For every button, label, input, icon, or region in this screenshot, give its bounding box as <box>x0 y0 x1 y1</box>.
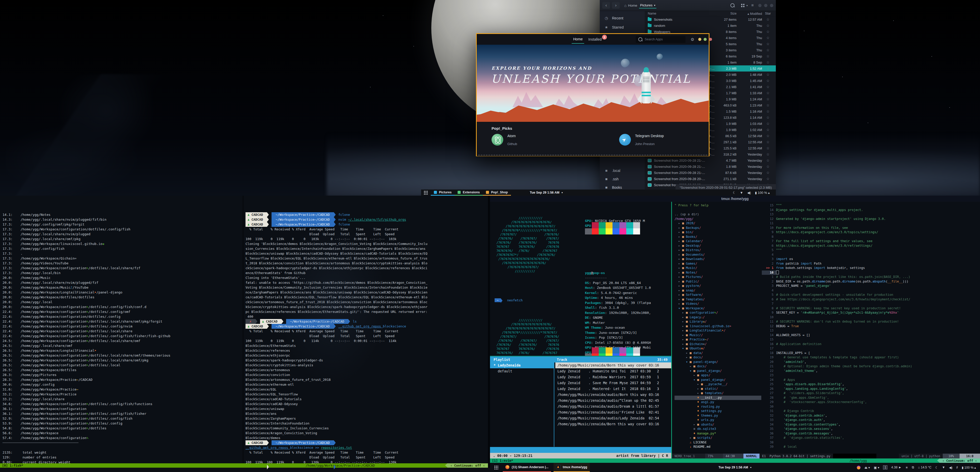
file-row[interactable]: Screenshot from 2020-09-28 21-… 87.6 kB … <box>645 170 776 176</box>
star-icon[interactable]: ☆ <box>762 177 774 181</box>
sidebar-item[interactable]: ■ .local <box>600 166 645 175</box>
launcher-grid-icon[interactable] <box>424 191 428 195</box>
menu-icon[interactable]: ≡ <box>751 3 754 8</box>
tray-icon[interactable]: 4.38 ► <box>891 466 901 469</box>
forward-button[interactable]: › <box>612 2 620 9</box>
star-icon[interactable]: ☆ <box>762 152 774 156</box>
taskbar-window-button[interactable]: Extensions <box>455 190 483 196</box>
star-icon[interactable]: ☆ <box>762 121 774 126</box>
tray-icon[interactable]: ▼ <box>942 466 945 469</box>
track-item[interactable]: /home/ygg/Music/zenaida/Born this way co… <box>555 362 671 368</box>
window-controls[interactable] <box>758 4 773 7</box>
track-item[interactable]: Lady Zenaid . Save Me From Myse 2017 04:… <box>555 380 671 386</box>
tray-icon[interactable]: 1 <box>883 466 887 469</box>
search-icon[interactable] <box>730 3 735 7</box>
terminal-right-session[interactable]: tmux /home/ygg ///////////// /7676767676… <box>490 196 980 463</box>
star-icon[interactable]: ☆ <box>762 66 774 70</box>
sidebar-item[interactable]: ■ .ssh <box>600 175 645 183</box>
tray-icon[interactable]: ⏏ ▾ <box>864 466 870 469</box>
gear-icon[interactable]: ⚙ <box>690 37 694 42</box>
playlist-item[interactable]: default <box>490 368 554 374</box>
star-icon[interactable]: ☆ <box>762 85 774 89</box>
pane-divider[interactable] <box>243 196 243 463</box>
home-breadcrumb[interactable]: ⌂ Home <box>624 3 637 8</box>
track-item[interactable]: /home/ygg/Music/zenaida/audio/Lady Zenai… <box>555 415 671 421</box>
list-column-headers[interactable]: Name Size ▴ Modified Star <box>645 11 776 16</box>
taskbar-firefox-button[interactable]: (11) Shawn Anderson |... <box>503 463 551 472</box>
star-icon[interactable]: ☆ <box>762 36 774 40</box>
popshop-banner[interactable]: EXPLORE YOUR HORIZONS AND UNLEASH YOUR P… <box>477 45 709 122</box>
track-item[interactable]: Lady Zenaid . Mastered- Let It 2018 03:1… <box>555 386 671 392</box>
tray-icon[interactable]: ▣ ▾ <box>874 466 880 469</box>
star-icon[interactable]: ☆ <box>762 171 774 175</box>
taskbar-window-button[interactable]: Pop!_Shop <box>483 190 511 196</box>
file-row[interactable]: Screenshots 27 items 12:57 AM ☆ <box>645 16 776 22</box>
terminal-left-session[interactable]: 14.1: /home/ygg/Notes14.3: /home/ygg/.lo… <box>0 196 488 468</box>
tray-icon[interactable]: ♯ <box>956 466 958 469</box>
app-card[interactable]: Atom Github <box>492 134 517 146</box>
tab-home[interactable]: Home <box>572 35 584 44</box>
file-row[interactable]: Screenshot from 2020-09-28 21-… 1.8 MB Y… <box>645 163 776 170</box>
star-icon[interactable]: ☆ <box>762 140 774 144</box>
vim-buffer-settings-py[interactable]: 15 """ 14 Django settings for django_mul… <box>762 203 980 449</box>
pane-vim[interactable]: " Press ? for help.. (up a dir)/home/ygg… <box>672 202 980 458</box>
view-grid-icon[interactable] <box>741 4 745 7</box>
star-icon[interactable]: ☆ <box>762 54 774 58</box>
sidebar-item[interactable]: ◷ Recent <box>600 14 645 23</box>
star-icon[interactable]: ☆ <box>762 60 774 64</box>
star-icon[interactable]: ☆ <box>762 48 774 52</box>
tray-icon[interactable]: ▮ 100 % ▴ <box>755 191 770 195</box>
tray-icon[interactable]: ▮ 100 % ▴ <box>962 466 976 469</box>
playlist-item[interactable]: * LadyZenaida <box>490 362 554 368</box>
star-icon[interactable]: ☆ <box>762 164 774 169</box>
tray-icon[interactable]: ☾ <box>935 466 938 469</box>
track-item[interactable]: /home/ygg/Music/zenaida/audio/Dream a li… <box>555 403 671 410</box>
clock[interactable]: Tue Sep 29 1:56 AM● <box>530 191 563 195</box>
tray-icon[interactable]: ◀) <box>949 466 953 469</box>
search-apps-field[interactable]: Search Apps <box>636 36 686 43</box>
star-icon[interactable]: ☆ <box>762 115 774 120</box>
tray-icon[interactable]: ⧉ <box>912 466 914 469</box>
star-icon[interactable]: ☆ <box>762 158 774 163</box>
view-caret[interactable]: ▾ <box>746 4 748 7</box>
file-row[interactable]: Screenshot from 2020-09-28 21-… 4.7 MB Y… <box>645 157 776 163</box>
file-row[interactable]: random 1 item Thu ☆ <box>645 22 776 29</box>
sidebar-item[interactable]: ★ Starred <box>600 23 645 32</box>
back-button[interactable]: ‹ <box>602 2 610 9</box>
taskbar-terminal-button[interactable]: tmux /home/ygg <box>554 463 590 472</box>
star-icon[interactable]: ☆ <box>762 91 774 95</box>
pane-git-clone[interactable]: ♟ CADCAD ~/Workspace/Practice➳/CADCAD fc… <box>245 198 485 472</box>
tray-icon[interactable] <box>857 466 861 469</box>
tray-icon[interactable]: ☾ <box>733 191 736 195</box>
tray-icon[interactable]: ▼ <box>740 191 743 195</box>
star-icon[interactable]: ☆ <box>762 42 774 46</box>
star-icon[interactable]: ☆ <box>762 79 774 83</box>
current-folder-tab[interactable]: Pictures▾ <box>639 3 656 8</box>
file-row[interactable]: Screenshot from 2020-09-28 20-… 271.1 kB… <box>645 176 776 182</box>
star-icon[interactable]: ☆ <box>762 109 774 113</box>
star-icon[interactable]: ☆ <box>762 24 774 27</box>
star-icon[interactable]: ☆ <box>762 134 774 138</box>
app-card[interactable]: Telegram Desktop John Preston <box>619 134 664 146</box>
star-icon[interactable]: ☆ <box>762 146 774 150</box>
track-item[interactable]: /home/ygg/Music/zenaida/audio/'Friend Li… <box>555 410 671 415</box>
pane-neofetch[interactable]: ///////////// /76767676767676767676/ /76… <box>490 202 671 356</box>
launcher-grid-icon[interactable] <box>494 466 498 469</box>
track-item[interactable]: /home/ygg/Music/zenaida/Born this way co… <box>555 421 671 427</box>
tab-installed[interactable]: Installed 3 <box>587 35 603 43</box>
clock[interactable]: Tue Sep 29 1:56 AM● <box>718 466 751 469</box>
nerdtree-explorer[interactable]: " Press ? for help.. (up a dir)/home/ygg… <box>675 203 761 449</box>
star-icon[interactable]: ☆ <box>762 18 774 21</box>
pane-autojump-stats[interactable]: 14.1: /home/ygg/Notes14.3: /home/ygg/.lo… <box>3 198 241 472</box>
tray-icon[interactable]: ⌂ 14.5 °C <box>918 466 932 469</box>
track-item[interactable]: /home/ygg/Music/zenaida/audio/“Clean up … <box>555 398 671 403</box>
star-icon[interactable]: ☆ <box>762 30 774 34</box>
star-icon[interactable]: ☆ <box>762 103 774 107</box>
tray-icon[interactable]: ✳ <box>905 466 908 469</box>
star-icon[interactable]: ☆ <box>762 73 774 77</box>
window-controls[interactable] <box>698 38 712 41</box>
taskbar-window-button[interactable]: Pictures <box>431 190 455 196</box>
track-item[interactable]: /home/ygg/Music/zenaida/audio/Born this … <box>555 392 671 398</box>
tray-icon[interactable]: ◀) <box>747 191 751 195</box>
star-icon[interactable]: ☆ <box>762 128 774 132</box>
